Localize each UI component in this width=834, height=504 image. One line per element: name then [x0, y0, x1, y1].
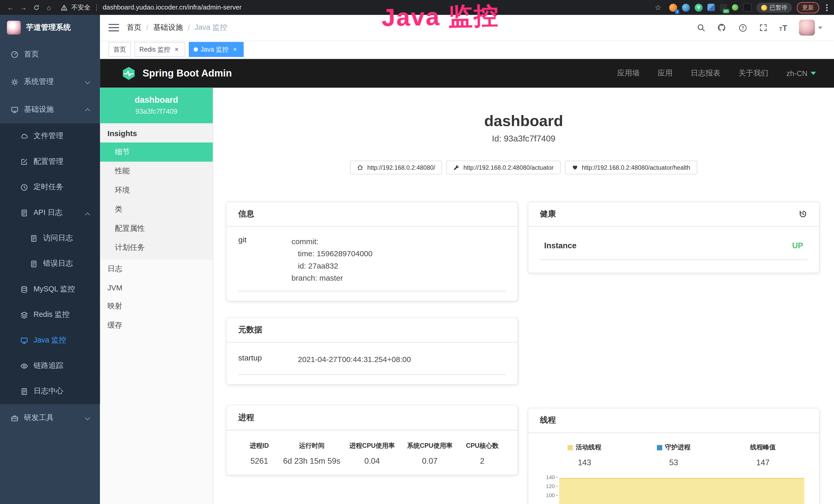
- health-row[interactable]: Instance UP: [540, 235, 808, 260]
- extension-badge: 1: [675, 9, 679, 14]
- sidebar-item-label: 基础设施: [24, 105, 54, 114]
- update-button[interactable]: 更新: [797, 2, 819, 13]
- process-col: 运行时间 6d 23h 15m 59s: [280, 441, 343, 465]
- extension-proxy-icon[interactable]: 1: [669, 3, 677, 11]
- fullscreen-icon[interactable]: [759, 23, 767, 32]
- git-commit-time: time: 1596289704000: [291, 248, 506, 260]
- home-button[interactable]: ⌂: [43, 1, 56, 14]
- sba-item-logs[interactable]: 日志: [100, 259, 213, 279]
- sidebar-item-infra[interactable]: 基础设施: [0, 96, 100, 123]
- extension-vue-devtools-icon[interactable]: V: [695, 3, 703, 11]
- git-commit-label: commit:: [291, 235, 506, 248]
- sba-item-classes[interactable]: 类: [100, 200, 213, 219]
- extension-drop-icon[interactable]: [682, 3, 690, 11]
- sidebar-item-dev-tools[interactable]: 研发工具: [0, 404, 100, 432]
- extension-leaf-icon[interactable]: [732, 4, 739, 11]
- chrome-toolbar: ☆ 1 V on 已暂停 更新: [652, 1, 830, 14]
- sidebar-item-api-log[interactable]: API 日志: [0, 200, 100, 225]
- hamburger-icon[interactable]: [108, 24, 119, 31]
- sba-brand[interactable]: Spring Boot Admin: [121, 66, 232, 81]
- sba-sidebar: dashboard 93a3fc7f7409 Insights 细节 性能 环境…: [100, 88, 213, 504]
- sidebar-item-mysql[interactable]: MySQL 监控: [0, 276, 100, 302]
- search-icon[interactable]: [697, 23, 705, 32]
- legend-item: 线程峰值 147: [718, 443, 807, 467]
- sidebar-item-trace[interactable]: 链路追踪: [0, 353, 100, 379]
- col-header: 系统CPU使用率: [401, 441, 459, 450]
- sba-item-jvm[interactable]: JVM: [100, 279, 213, 297]
- sidebar-item-redis[interactable]: Redis 监控: [0, 302, 100, 327]
- sba-nav-wall[interactable]: 应用墙: [617, 69, 640, 78]
- sidebar-item-label: 日志中心: [34, 387, 63, 396]
- tab-redis[interactable]: Redis 监控 ×: [135, 42, 185, 57]
- instance-header: dashboard 93a3fc7f7409: [100, 88, 213, 123]
- instance-id: 93a3fc7f7409: [105, 107, 207, 115]
- database-icon: [20, 285, 28, 293]
- insights-section-title: Insights: [100, 123, 213, 142]
- forward-button[interactable]: →: [17, 1, 30, 14]
- extension-grid-icon[interactable]: [707, 4, 715, 11]
- sba-nav-journal[interactable]: 日志报表: [691, 69, 721, 78]
- health-url-button[interactable]: http://192.168.0.2:48080/actuator/health: [565, 160, 697, 174]
- help-icon[interactable]: [738, 23, 747, 32]
- gear-icon: [10, 78, 19, 86]
- github-icon[interactable]: [717, 23, 726, 32]
- tab-home[interactable]: 首页: [108, 42, 131, 57]
- breadcrumb-separator: /: [188, 23, 190, 32]
- sba-item-performance[interactable]: 性能: [100, 162, 213, 181]
- page-subtitle: Id: 93a3fc7f7409: [213, 134, 834, 143]
- breadcrumb-infra[interactable]: 基础设施: [153, 23, 183, 32]
- legend-value: 53: [670, 458, 678, 467]
- sba-item-properties[interactable]: 配置属性: [100, 219, 213, 238]
- paused-badge[interactable]: 已暂停: [756, 2, 792, 12]
- sidebar-item-config[interactable]: 配置管理: [0, 149, 100, 174]
- tab-java[interactable]: Java 监控 ×: [189, 42, 243, 57]
- history-icon[interactable]: [798, 209, 807, 219]
- sidebar-item-log-center[interactable]: 日志中心: [0, 379, 100, 404]
- address-bar[interactable]: 不安全 dashboard.yudao.iocoder.cn/infra/adm…: [61, 3, 647, 12]
- app-logo[interactable]: 芋道管理系统: [0, 15, 100, 40]
- vue-letter: V: [697, 5, 700, 10]
- chart-y-axis: 140 120 100: [540, 474, 558, 504]
- chart-plot-area: [559, 474, 808, 504]
- service-url-button[interactable]: http://192.168.0.2:48080/: [350, 160, 442, 174]
- user-menu[interactable]: [799, 20, 822, 36]
- git-branch: branch: master: [291, 272, 506, 284]
- font-size-icon[interactable]: TT: [779, 23, 787, 32]
- sba-item-environment[interactable]: 环境: [100, 181, 213, 200]
- tab-close-icon[interactable]: ×: [173, 46, 180, 53]
- sidebar-item-error-log[interactable]: 错误日志: [0, 251, 100, 276]
- actuator-url-button[interactable]: http://192.168.0.2:48080/actuator: [446, 160, 561, 174]
- sidebar-item-home[interactable]: 首页: [0, 40, 100, 68]
- back-button[interactable]: ←: [4, 1, 17, 14]
- process-col: CPU核心数 2: [459, 441, 506, 465]
- sidebar-item-system[interactable]: 系统管理: [0, 68, 100, 96]
- infra-submenu: 文件管理 配置管理 定时任务 API 日志: [0, 123, 100, 404]
- locale-select[interactable]: zh-CN: [786, 69, 816, 77]
- extension-switch-icon[interactable]: on: [720, 4, 727, 11]
- tab-close-icon[interactable]: ×: [231, 46, 239, 53]
- sidebar-item-access-log[interactable]: 访问日志: [0, 225, 100, 251]
- chevron-up-icon: [85, 108, 90, 114]
- sba-nav-applications[interactable]: 应用: [658, 69, 673, 78]
- sidebar-item-file[interactable]: 文件管理: [0, 123, 100, 148]
- chrome-menu-icon[interactable]: [824, 4, 830, 11]
- breadcrumb-home[interactable]: 首页: [127, 23, 141, 32]
- col-header: CPU核心数: [459, 441, 506, 450]
- sba-item-mappings[interactable]: 映射: [100, 297, 213, 316]
- live-threads-area: [559, 478, 805, 504]
- sba-item-caches[interactable]: 缓存: [100, 316, 213, 335]
- home-icon: [357, 164, 364, 171]
- bookmark-star-icon[interactable]: ☆: [652, 1, 664, 14]
- sidebar-item-java[interactable]: Java 监控: [0, 328, 100, 353]
- reload-button[interactable]: [30, 1, 43, 14]
- document-icon: [30, 260, 38, 268]
- process-col: 系统CPU使用率 0.07: [401, 441, 459, 465]
- app-title: 芋道管理系统: [26, 23, 71, 32]
- sba-nav-about[interactable]: 关于我们: [739, 69, 768, 78]
- sba-item-details[interactable]: 细节: [100, 142, 213, 162]
- sba-item-scheduled[interactable]: 计划任务: [100, 238, 213, 257]
- sidebar-item-job[interactable]: 定时任务: [0, 174, 100, 200]
- spring-boot-admin-logo-icon: [121, 66, 136, 81]
- extension-puzzle-icon[interactable]: [743, 3, 751, 12]
- process-card: 进程 进程ID 5261 运行时间: [226, 406, 518, 475]
